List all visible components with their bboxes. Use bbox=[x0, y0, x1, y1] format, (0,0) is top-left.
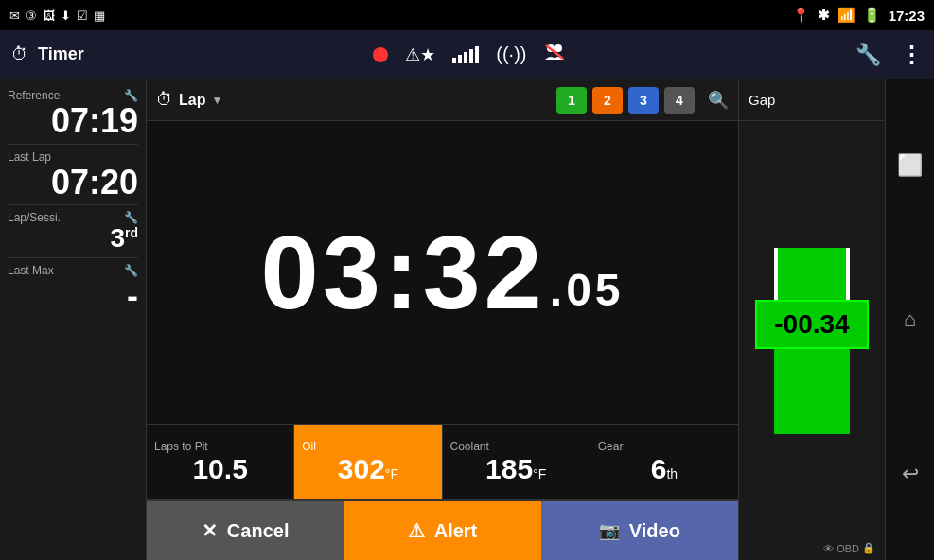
status-icons-left: ✉ ③ 🖼 ⬇ ☑ ▦ bbox=[9, 9, 105, 23]
lap-icon: ⏱ bbox=[156, 90, 173, 110]
alert-label: Alert bbox=[434, 520, 478, 542]
gap-value: -00.34 bbox=[755, 300, 869, 349]
lap-session-wrench-icon[interactable]: 🔧 bbox=[124, 211, 138, 224]
obd-eye-icon: 👁 bbox=[823, 543, 834, 554]
gear-value: 6th bbox=[651, 453, 678, 485]
lap-header: ⏱ Lap ▼ 1 2 3 4 🔍 bbox=[147, 79, 738, 121]
video-label: Video bbox=[629, 520, 680, 542]
laps-to-pit-value: 10.5 bbox=[192, 453, 247, 485]
lap-chevron-icon: ▼ bbox=[211, 94, 222, 107]
main-content: Reference 🔧 07:19 Last Lap 07:20 Lap/Ses… bbox=[0, 79, 934, 560]
lap-btn-3[interactable]: 3 bbox=[628, 87, 659, 114]
app-bar-center: ⚠★ ((·)) bbox=[373, 43, 566, 66]
more-options-icon[interactable]: ⋮ bbox=[900, 42, 923, 68]
sidebar: Reference 🔧 07:19 Last Lap 07:20 Lap/Ses… bbox=[0, 79, 147, 560]
last-lap-value: 07:20 bbox=[8, 164, 138, 201]
gear-cell: Gear 6th bbox=[590, 425, 738, 499]
lap-label: Lap bbox=[179, 92, 205, 109]
reference-label: Reference 🔧 bbox=[8, 89, 138, 102]
people-crossed-icon bbox=[543, 43, 566, 66]
last-max-value: - bbox=[8, 277, 138, 315]
lap-btn-2[interactable]: 2 bbox=[592, 87, 623, 114]
wifi-icon: ((·)) bbox=[496, 44, 526, 65]
nav-rect-icon[interactable]: ⬜ bbox=[897, 153, 923, 178]
app-bar: ⏱ Timer ⚠★ ((·)) 🔧 ⋮ bbox=[0, 30, 934, 79]
location-icon: 📍 bbox=[792, 7, 810, 24]
wrench-icon[interactable]: 🔧 bbox=[855, 43, 881, 67]
lap-buttons: 1 2 3 4 🔍 bbox=[556, 87, 729, 114]
lap-session-value: 3rd bbox=[8, 224, 138, 254]
bluetooth-icon: ✱ bbox=[818, 7, 830, 24]
search-icon[interactable]: 🔍 bbox=[708, 90, 729, 111]
center-panel: ⏱ Lap ▼ 1 2 3 4 🔍 03:32 .05 Laps to Pit bbox=[147, 79, 738, 560]
video-button[interactable]: 📷 Video bbox=[541, 501, 738, 560]
record-icon[interactable] bbox=[373, 47, 388, 62]
mail-icon: ✉ bbox=[9, 9, 20, 23]
alert-button[interactable]: ⚠ Alert bbox=[344, 501, 540, 560]
lap-session-section: Lap/Sessi. 🔧 3rd bbox=[8, 207, 138, 258]
last-max-section: Last Max 🔧 - bbox=[8, 260, 138, 319]
gap-bar-top bbox=[774, 248, 850, 300]
status-bar: ✉ ③ 🖼 ⬇ ☑ ▦ 📍 ✱ 📶 🔋 17:23 bbox=[0, 0, 934, 30]
check-icon: ☑ bbox=[77, 9, 88, 23]
lap-title-area: ⏱ Lap ▼ bbox=[156, 90, 222, 110]
gap-label: Gap bbox=[749, 92, 775, 108]
lap-btn-4[interactable]: 4 bbox=[664, 87, 695, 114]
oil-value: 302°F bbox=[338, 453, 398, 485]
alert-warning-icon: ⚠ bbox=[408, 519, 425, 542]
battery-icon: 🔋 bbox=[863, 7, 881, 24]
image-icon: 🖼 bbox=[43, 9, 55, 23]
obd-label: OBD bbox=[837, 543, 859, 554]
laps-to-pit-label: Laps to Pit bbox=[154, 440, 208, 453]
app-title: Timer bbox=[38, 44, 84, 64]
clock-time: 17:23 bbox=[889, 8, 925, 24]
gap-header: Gap bbox=[739, 79, 885, 121]
nav-back-icon[interactable]: ↩ bbox=[902, 462, 919, 486]
reference-wrench-icon[interactable]: 🔧 bbox=[124, 89, 138, 102]
gap-display: -00.34 bbox=[739, 121, 885, 560]
coolant-label: Coolant bbox=[450, 440, 489, 453]
data-row: Laps to Pit 10.5 Oil 302°F Coolant 185°F… bbox=[147, 424, 738, 499]
timer-decimal: .05 bbox=[550, 268, 625, 313]
gap-panel: Gap -00.34 bbox=[738, 79, 885, 560]
signal-icon: 📶 bbox=[837, 7, 855, 24]
gear-label: Gear bbox=[598, 440, 624, 453]
app-bar-right: 🔧 ⋮ bbox=[855, 42, 923, 68]
obd-status: 👁 OBD 🔒 bbox=[823, 542, 875, 554]
bar3 bbox=[464, 52, 467, 63]
coolant-value: 185°F bbox=[485, 453, 546, 485]
nav-icons: ⬜ ⌂ ↩ bbox=[885, 79, 934, 560]
oil-label: Oil bbox=[302, 440, 316, 453]
timer-display: 03:32 .05 bbox=[147, 121, 738, 424]
last-max-wrench-icon[interactable]: 🔧 bbox=[124, 264, 138, 277]
coolant-cell: Coolant 185°F bbox=[443, 425, 590, 499]
main-timer: 03:32 .05 bbox=[260, 220, 624, 324]
timer-icon: ⏱ bbox=[11, 44, 28, 64]
signal-bars bbox=[452, 46, 479, 63]
oil-cell: Oil 302°F bbox=[294, 425, 442, 499]
reference-section: Reference 🔧 07:19 bbox=[8, 85, 138, 145]
video-camera-icon: 📷 bbox=[599, 520, 620, 541]
num-icon: ③ bbox=[26, 9, 37, 23]
last-lap-label: Last Lap bbox=[8, 150, 138, 164]
lap-session-label: Lap/Sessi. 🔧 bbox=[8, 211, 138, 224]
last-max-label: Last Max 🔧 bbox=[8, 264, 138, 277]
status-icons-right: 📍 ✱ 📶 🔋 17:23 bbox=[792, 7, 925, 24]
bar1 bbox=[452, 58, 456, 63]
cancel-label: Cancel bbox=[227, 520, 290, 542]
lap-btn-1[interactable]: 1 bbox=[556, 87, 587, 114]
alert-icon[interactable]: ⚠★ bbox=[405, 44, 435, 65]
cancel-button[interactable]: ✕ Cancel bbox=[147, 501, 344, 560]
bar2 bbox=[458, 55, 462, 63]
download-icon: ⬇ bbox=[61, 9, 71, 23]
reference-value: 07:19 bbox=[8, 102, 138, 140]
svg-point-1 bbox=[555, 44, 562, 52]
bottom-bar: ✕ Cancel ⚠ Alert 📷 Video bbox=[147, 499, 738, 560]
laps-to-pit-cell: Laps to Pit 10.5 bbox=[147, 425, 294, 499]
gap-bar: -00.34 bbox=[739, 121, 885, 560]
nav-home-icon[interactable]: ⌂ bbox=[904, 307, 916, 332]
last-lap-section: Last Lap 07:20 bbox=[8, 147, 138, 206]
bar5 bbox=[475, 46, 479, 63]
cancel-icon: ✕ bbox=[202, 519, 218, 542]
obd-lock-icon: 🔒 bbox=[862, 542, 875, 554]
